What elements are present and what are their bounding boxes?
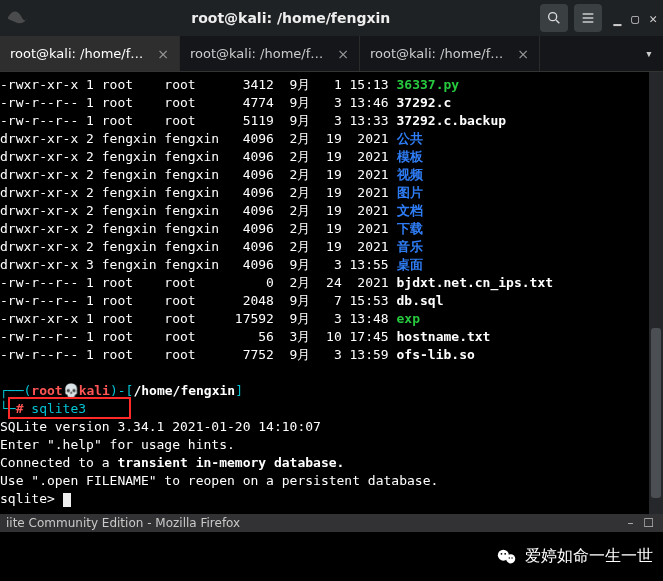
listing-row: drwxr-xr-x 3 fengxin fengxin 4096 9月 3 1… (0, 256, 663, 274)
svg-rect-4 (582, 21, 593, 22)
sqlite-connected: Connected to a transient in-memory datab… (0, 454, 663, 472)
svg-point-0 (548, 13, 556, 21)
listing-row: -rw-r--r-- 1 root root 56 3月 10 17:45 ho… (0, 328, 663, 346)
sqlite-hint: Enter ".help" for usage hints. (0, 436, 663, 454)
terminal[interactable]: -rwxr-xr-x 1 root root 3412 9月 1 15:13 3… (0, 72, 663, 514)
scrollbar[interactable] (649, 72, 663, 514)
listing-row: drwxr-xr-x 2 fengxin fengxin 4096 2月 19 … (0, 184, 663, 202)
firefox-title: iite Community Edition - Mozilla Firefox (6, 516, 240, 530)
tab-2[interactable]: root@kali: /home/fe... × (180, 36, 360, 71)
titlebar: root@kali: /home/fengxin ▁ ▢ ✕ (0, 0, 663, 36)
search-button[interactable] (540, 4, 568, 32)
listing-row: drwxr-xr-x 2 fengxin fengxin 4096 2月 19 … (0, 148, 663, 166)
tab-label: root@kali: /home/fe... (10, 46, 149, 61)
svg-point-9 (509, 557, 510, 558)
close-button[interactable]: ✕ (649, 11, 657, 26)
firefox-titlebar-fragment: iite Community Edition - Mozilla Firefox… (0, 514, 663, 532)
wechat-icon (495, 545, 519, 569)
svg-rect-2 (582, 13, 593, 14)
listing-row: -rw-r--r-- 1 root root 4774 9月 3 13:46 3… (0, 94, 663, 112)
svg-point-10 (511, 557, 512, 558)
listing-row: drwxr-xr-x 2 fengxin fengxin 4096 2月 19 … (0, 130, 663, 148)
close-icon[interactable]: × (157, 46, 169, 62)
close-icon[interactable]: × (517, 46, 529, 62)
window-title: root@kali: /home/fengxin (48, 10, 534, 26)
menu-button[interactable] (574, 4, 602, 32)
listing-row: -rw-r--r-- 1 root root 2048 9月 7 15:53 d… (0, 292, 663, 310)
svg-point-7 (501, 552, 503, 554)
prompt-line-1: ┌──(root💀kali)-[/home/fengxin] (0, 382, 663, 400)
tab-3[interactable]: root@kali: /home/fe... × (360, 36, 540, 71)
tab-1[interactable]: root@kali: /home/fe... × (0, 36, 180, 71)
window-controls: ▁ ▢ ✕ (614, 11, 657, 26)
listing-row: -rw-r--r-- 1 root root 7752 9月 3 13:59 o… (0, 346, 663, 364)
listing-row: drwxr-xr-x 2 fengxin fengxin 4096 2月 19 … (0, 202, 663, 220)
tab-overflow-button[interactable]: ▾ (635, 36, 663, 71)
firefox-window-controls[interactable]: – ☐ (627, 516, 657, 530)
listing-row: -rw-r--r-- 1 root root 5119 9月 3 13:33 3… (0, 112, 663, 130)
listing-row: drwxr-xr-x 2 fengxin fengxin 4096 2月 19 … (0, 220, 663, 238)
watermark-text: 爱婷如命一生一世 (525, 546, 653, 567)
watermark: 爱婷如命一生一世 (0, 532, 663, 581)
sqlite-version: SQLite version 3.34.1 2021-01-20 14:10:0… (0, 418, 663, 436)
tab-label: root@kali: /home/fe... (190, 46, 329, 61)
svg-point-6 (506, 554, 515, 563)
svg-rect-3 (582, 17, 593, 18)
app-icon (6, 4, 42, 32)
maximize-button[interactable]: ▢ (631, 11, 639, 26)
sqlite-prompt: sqlite> (0, 490, 663, 508)
prompt-line-2: └─# sqlite3 (0, 400, 663, 418)
svg-point-8 (504, 552, 506, 554)
sqlite-open-hint: Use ".open FILENAME" to reopen on a pers… (0, 472, 663, 490)
listing-row: -rw-r--r-- 1 root root 0 2月 24 2021 bjdx… (0, 274, 663, 292)
cursor (63, 493, 71, 507)
tab-label: root@kali: /home/fe... (370, 46, 509, 61)
svg-line-1 (556, 20, 559, 23)
listing-row: -rwxr-xr-x 1 root root 17592 9月 3 13:48 … (0, 310, 663, 328)
tab-bar: root@kali: /home/fe... × root@kali: /hom… (0, 36, 663, 72)
listing-row: -rwxr-xr-x 1 root root 3412 9月 1 15:13 3… (0, 76, 663, 94)
close-icon[interactable]: × (337, 46, 349, 62)
listing-row: drwxr-xr-x 2 fengxin fengxin 4096 2月 19 … (0, 238, 663, 256)
minimize-button[interactable]: ▁ (614, 11, 622, 26)
listing-row: drwxr-xr-x 2 fengxin fengxin 4096 2月 19 … (0, 166, 663, 184)
scrollbar-thumb[interactable] (651, 328, 661, 498)
